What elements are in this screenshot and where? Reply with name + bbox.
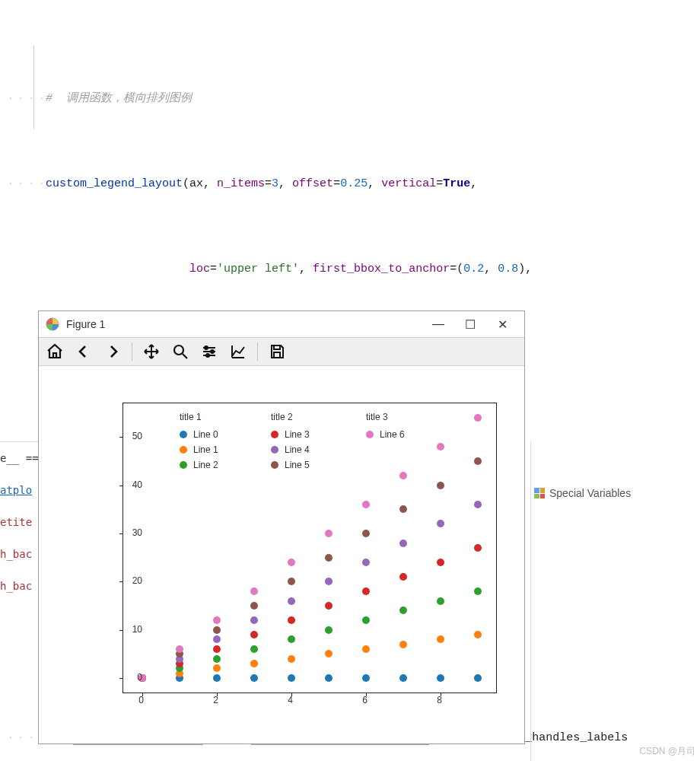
data-point (250, 660, 258, 667)
edit-axes-button[interactable] (227, 340, 250, 363)
data-point (288, 655, 295, 663)
legend-group: title 2Line 3Line 4Line 5 (271, 412, 310, 473)
forward-button[interactable] (101, 340, 124, 363)
data-point (474, 631, 482, 638)
legend-marker-icon (180, 446, 187, 454)
data-point (250, 616, 258, 624)
legend-marker-icon (180, 431, 187, 438)
code-line: loc='upper left', first_bbox_to_anchor=(… (46, 259, 700, 280)
legend-label: Line 3 (285, 429, 310, 440)
data-point (213, 616, 221, 624)
xtick-label: 6 (362, 695, 368, 705)
data-point (362, 616, 370, 624)
svg-rect-5 (274, 345, 280, 349)
data-point (325, 602, 332, 610)
svg-point-2 (205, 346, 208, 349)
close-button[interactable]: ✕ (486, 317, 518, 332)
data-point (213, 645, 221, 653)
data-point (325, 650, 332, 658)
back-button[interactable] (72, 340, 95, 363)
special-variables-item[interactable]: Special Variables (534, 487, 631, 499)
legend-entry: Line 1 (180, 442, 218, 457)
legend-entry: Line 5 (271, 457, 310, 473)
debug-row: atplo (0, 474, 42, 506)
plot-area[interactable]: 0102030405002468 title 1Line 0Line 1Line… (39, 366, 524, 743)
legend-entry: Line 6 (366, 427, 405, 442)
data-point (325, 530, 332, 537)
legend-marker-icon (271, 446, 278, 454)
app-icon (45, 317, 60, 332)
window-title: Figure 1 (66, 318, 422, 330)
svg-point-1 (174, 345, 183, 355)
data-point (213, 655, 221, 663)
data-point (250, 674, 258, 682)
data-point (399, 641, 407, 648)
ytick-label: 50 (121, 431, 142, 441)
xtick-label: 8 (437, 695, 442, 705)
save-button[interactable] (266, 340, 288, 363)
legend-label: Line 2 (193, 460, 218, 470)
zoom-button[interactable] (169, 340, 192, 363)
configure-button[interactable] (198, 340, 221, 363)
svg-point-3 (211, 350, 214, 353)
xtick-label: 0 (138, 695, 144, 705)
data-point (437, 674, 444, 682)
data-point (437, 482, 444, 489)
code-comment: # 调用函数，横向排列图例 (46, 92, 192, 105)
data-point (474, 544, 482, 552)
data-point (399, 472, 407, 479)
window-titlebar[interactable]: Figure 1 — ☐ ✕ (39, 311, 524, 337)
legend-entry: Line 4 (271, 442, 310, 457)
figure-toolbar (39, 337, 524, 366)
data-point (362, 530, 370, 537)
data-point (325, 554, 332, 562)
fold-guide (33, 46, 34, 129)
data-point (288, 616, 295, 624)
ytick-label: 40 (121, 479, 142, 490)
legend-label: Line 5 (285, 460, 310, 470)
data-point (250, 602, 258, 610)
legend-marker-icon (366, 431, 374, 438)
data-point (288, 559, 295, 566)
data-point (437, 559, 444, 566)
legend-label: Line 0 (193, 429, 218, 440)
ytick-label: 30 (121, 527, 142, 538)
data-point (474, 457, 482, 465)
legend-marker-icon (180, 461, 187, 469)
legend-title: title 2 (271, 412, 310, 422)
legend-entry: Line 2 (180, 457, 218, 473)
data-point (288, 578, 295, 585)
xtick-label: 2 (213, 695, 218, 705)
panel-divider[interactable] (530, 441, 531, 761)
maximize-button[interactable]: ☐ (454, 317, 486, 332)
data-point (213, 674, 221, 682)
data-point (362, 559, 370, 566)
watermark: CSDN @月司 (639, 745, 695, 758)
data-point (437, 635, 444, 643)
legend-title: title 3 (366, 412, 405, 422)
data-point (362, 501, 370, 508)
legend-group: title 1Line 0Line 1Line 2 (180, 412, 218, 473)
data-point (362, 645, 370, 653)
toolbar-separator (257, 342, 258, 361)
home-button[interactable] (43, 340, 66, 363)
data-point (250, 587, 258, 595)
debug-row: h_bac (0, 570, 42, 602)
xtick-label: 4 (288, 695, 293, 705)
data-point (325, 674, 332, 682)
data-point (362, 587, 370, 595)
data-point (437, 520, 444, 527)
data-point (399, 674, 407, 682)
svg-point-4 (206, 354, 209, 357)
data-point (250, 631, 258, 638)
data-point (288, 597, 295, 605)
data-point (325, 626, 332, 634)
legend-marker-icon (271, 431, 278, 438)
data-point (399, 573, 407, 581)
code-line: custom_legend_layout(ax, n_items=3, offs… (46, 174, 700, 195)
pan-button[interactable] (140, 340, 163, 363)
data-point (213, 626, 221, 634)
svg-rect-6 (274, 352, 280, 358)
minimize-button[interactable]: — (422, 317, 454, 331)
data-point (399, 540, 407, 547)
